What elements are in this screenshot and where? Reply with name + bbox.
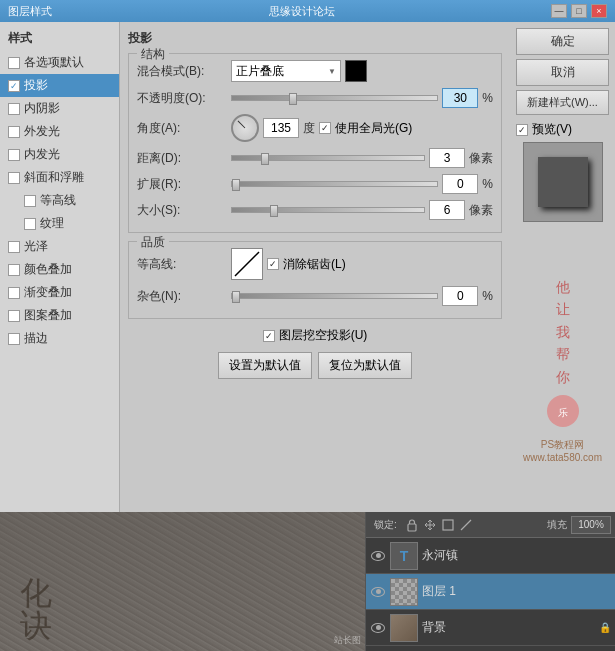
sidebar-label-pattern-overlay: 图案叠加 xyxy=(24,307,72,324)
sidebar-item-default[interactable]: 各选项默认 xyxy=(0,51,119,74)
sidebar-checkbox-contour[interactable] xyxy=(24,195,36,207)
layer-thumb-1 xyxy=(390,578,418,606)
layer-eye-1[interactable] xyxy=(370,584,386,600)
eye-icon-1 xyxy=(371,587,385,597)
opacity-input[interactable] xyxy=(442,88,478,108)
sidebar-checkbox-default[interactable] xyxy=(8,57,20,69)
dialog-area: 样式 各选项默认 投影 内阴影 外发光 xyxy=(0,22,615,512)
cancel-button[interactable]: 取消 xyxy=(516,59,609,86)
sidebar-checkbox-outer-glow[interactable] xyxy=(8,126,20,138)
watermark-chinese: 他让我帮你 xyxy=(556,277,570,389)
fill-value-box[interactable]: 100% xyxy=(571,516,611,534)
spread-slider-thumb[interactable] xyxy=(232,179,240,191)
structure-title: 结构 xyxy=(137,46,169,63)
sidebar-label-inner-shadow: 内阴影 xyxy=(24,100,60,117)
layer-row-bg[interactable]: 背景 🔒 xyxy=(366,610,615,646)
size-slider-thumb[interactable] xyxy=(270,205,278,217)
layer-row-1[interactable]: 图层 1 xyxy=(366,574,615,610)
spread-slider[interactable] xyxy=(231,181,438,187)
set-default-btn[interactable]: 设置为默认值 xyxy=(218,352,312,379)
sidebar-item-stroke[interactable]: 描边 xyxy=(0,327,119,350)
sidebar-checkbox-inner-glow[interactable] xyxy=(8,149,20,161)
sidebar-checkbox-bevel[interactable] xyxy=(8,172,20,184)
sidebar-item-outer-glow[interactable]: 外发光 xyxy=(0,120,119,143)
close-btn[interactable]: × xyxy=(591,4,607,18)
sidebar-item-texture[interactable]: 纹理 xyxy=(0,212,119,235)
eye-pupil-text xyxy=(376,553,381,558)
angle-input[interactable] xyxy=(263,118,299,138)
sidebar-item-contour[interactable]: 等高线 xyxy=(0,189,119,212)
layer-eye-text[interactable] xyxy=(370,548,386,564)
layer-eye-bg[interactable] xyxy=(370,620,386,636)
sidebar-item-pattern-overlay[interactable]: 图案叠加 xyxy=(0,304,119,327)
sidebar-checkbox-satin[interactable] xyxy=(8,241,20,253)
sidebar-checkbox-inner-shadow[interactable] xyxy=(8,103,20,115)
main-container: 图层样式 思缘设计论坛 — □ × 样式 各选项默认 投影 内阴影 xyxy=(0,0,615,651)
blend-mode-row: 混合模式(B): 正片叠底 ▼ xyxy=(137,60,493,82)
sidebar-checkbox-pattern-overlay[interactable] xyxy=(8,310,20,322)
noise-slider[interactable] xyxy=(231,293,438,299)
size-slider-area: 像素 xyxy=(231,200,493,220)
distance-input[interactable] xyxy=(429,148,465,168)
ok-button[interactable]: 确定 xyxy=(516,28,609,55)
contour-control: 消除锯齿(L) xyxy=(231,248,493,280)
maximize-btn[interactable]: □ xyxy=(571,4,587,18)
size-slider[interactable] xyxy=(231,207,425,213)
sidebar-checkbox-color-overlay[interactable] xyxy=(8,264,20,276)
distance-slider-thumb[interactable] xyxy=(261,153,269,165)
sidebar-label-color-overlay: 颜色叠加 xyxy=(24,261,72,278)
sidebar-checkbox-drop-shadow[interactable] xyxy=(8,80,20,92)
forum-title: 思缘设计论坛 xyxy=(52,4,551,19)
preview-checkbox[interactable] xyxy=(516,124,528,136)
sidebar-item-gradient-overlay[interactable]: 渐变叠加 xyxy=(0,281,119,304)
new-style-button[interactable]: 新建样式(W)... xyxy=(516,90,609,115)
global-light-checkbox[interactable] xyxy=(319,122,331,134)
opacity-slider[interactable] xyxy=(231,95,438,101)
angle-row: 角度(A): 度 使用全局光(G) xyxy=(137,114,493,142)
noise-slider-thumb[interactable] xyxy=(232,291,240,303)
eye-icon-text xyxy=(371,551,385,561)
contour-preview[interactable] xyxy=(231,248,263,280)
sidebar-item-bevel[interactable]: 斜面和浮雕 xyxy=(0,166,119,189)
blend-mode-dropdown[interactable]: 正片叠底 ▼ xyxy=(231,60,341,82)
sidebar-checkbox-gradient-overlay[interactable] xyxy=(8,287,20,299)
sidebar-label-gradient-overlay: 渐变叠加 xyxy=(24,284,72,301)
angle-dial[interactable] xyxy=(231,114,259,142)
anti-alias-label: 消除锯齿(L) xyxy=(283,256,346,273)
canvas-area[interactable]: 化诀 站长图 xyxy=(0,512,365,651)
eye-pupil-bg xyxy=(376,625,381,630)
layer-thumb-text: T xyxy=(390,542,418,570)
minimize-btn[interactable]: — xyxy=(551,4,567,18)
shadow-color-swatch[interactable] xyxy=(345,60,367,82)
layer-thumb-bg xyxy=(390,614,418,642)
size-input[interactable] xyxy=(429,200,465,220)
preview-label: 预览(V) xyxy=(532,121,572,138)
sidebar-checkbox-texture[interactable] xyxy=(24,218,36,230)
artboard-icon xyxy=(441,518,455,532)
sidebar-item-satin[interactable]: 光泽 xyxy=(0,235,119,258)
layer-knockout-wrap: 图层挖空投影(U) xyxy=(128,327,502,344)
sidebar-item-drop-shadow[interactable]: 投影 xyxy=(0,74,119,97)
opacity-row: 不透明度(O): % xyxy=(137,88,493,108)
opacity-slider-thumb[interactable] xyxy=(289,93,297,105)
blend-mode-arrow: ▼ xyxy=(328,67,336,76)
reset-default-btn[interactable]: 复位为默认值 xyxy=(318,352,412,379)
layer-row-text[interactable]: T 永河镇 xyxy=(366,538,615,574)
eye-icon-bg xyxy=(371,623,385,633)
opacity-slider-area: % xyxy=(231,88,493,108)
distance-slider[interactable] xyxy=(231,155,425,161)
anti-alias-checkbox[interactable] xyxy=(267,258,279,270)
layer-knockout-checkbox[interactable] xyxy=(263,330,275,342)
sidebar-checkbox-stroke[interactable] xyxy=(8,333,20,345)
sidebar-item-inner-glow[interactable]: 内发光 xyxy=(0,143,119,166)
spread-input[interactable] xyxy=(442,174,478,194)
noise-input[interactable] xyxy=(442,286,478,306)
size-unit: 像素 xyxy=(469,202,493,219)
sidebar-item-inner-shadow[interactable]: 内阴影 xyxy=(0,97,119,120)
svg-rect-4 xyxy=(408,524,416,531)
spread-unit: % xyxy=(482,177,493,191)
distance-row: 距离(D): 像素 xyxy=(137,148,493,168)
sidebar-item-color-overlay[interactable]: 颜色叠加 xyxy=(0,258,119,281)
layers-toolbar: 锁定: 填充 100% xyxy=(366,512,615,538)
angle-unit: 度 xyxy=(303,120,315,137)
